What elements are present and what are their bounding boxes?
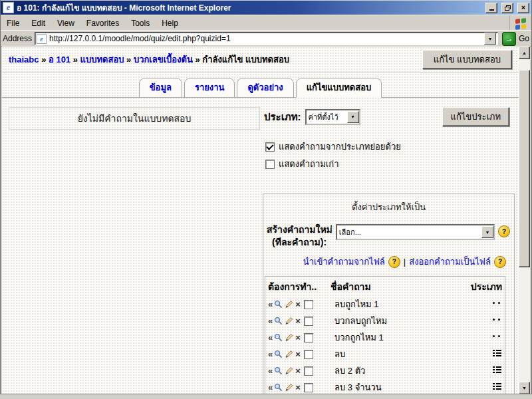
menu-bar: File Edit View Favorites Tools Help xyxy=(1,15,531,31)
create-question-row: สร้างคำถามใหม่ (ทีละคำถาม): เลือก... ▼ ? xyxy=(267,223,510,249)
add-to-quiz-icon[interactable]: « xyxy=(268,366,272,375)
tab-info[interactable]: ข้อมูล xyxy=(139,78,182,98)
edit-pen-icon[interactable] xyxy=(285,317,293,325)
edit-pen-icon[interactable] xyxy=(285,366,293,375)
no-questions-message: ยังไม่มีคำถามในแบบทดสอบ xyxy=(9,107,260,130)
category-box-title: ตั้งค่าประเภทให้เป็น xyxy=(263,194,514,215)
export-questions-link[interactable]: ส่งออกคำถามเป็นไฟล์ xyxy=(409,255,491,269)
preview-magnifier-icon[interactable] xyxy=(274,383,283,392)
delete-icon[interactable]: × xyxy=(295,333,301,342)
table-row: « × ลบ 2 ตัว xyxy=(265,362,505,379)
edit-pen-icon[interactable] xyxy=(285,350,293,358)
add-to-quiz-icon[interactable]: « xyxy=(268,300,272,309)
chevron-down-icon[interactable]: ▼ xyxy=(347,111,359,123)
preview-magnifier-icon[interactable] xyxy=(274,350,283,358)
create-question-select[interactable]: เลือก... ▼ xyxy=(336,224,495,240)
add-to-quiz-icon[interactable]: « xyxy=(268,350,272,358)
delete-icon[interactable]: × xyxy=(295,350,301,358)
restore-button[interactable] xyxy=(501,3,513,13)
breadcrumb: thaiabc » อ 101 » แบบทดสอบ » บวกเลขเบื้อ… xyxy=(9,53,289,65)
question-select-checkbox[interactable] xyxy=(304,317,313,326)
import-questions-link[interactable]: นำเข้าคำถามจากไฟล์ xyxy=(303,255,385,269)
category-label: ประเภท: xyxy=(264,109,301,125)
page-content: thaiabc » อ 101 » แบบทดสอบ » บวกเลขเบื้อ… xyxy=(2,47,530,394)
show-old-checkbox[interactable] xyxy=(265,160,275,169)
table-row: « × ลบ 3 จำนวน xyxy=(265,379,505,394)
tab-preview[interactable]: ดูตัวอย่าง xyxy=(237,78,293,98)
edit-quiz-button[interactable]: แก้ไข แบบทดสอบ xyxy=(422,50,512,69)
table-row: « × บวกลบถูกไหม xyxy=(265,313,505,329)
minimize-button[interactable] xyxy=(485,3,497,13)
go-button[interactable]: → xyxy=(502,32,516,46)
menu-item-file[interactable]: File xyxy=(1,16,25,31)
preview-magnifier-icon[interactable] xyxy=(274,300,283,309)
show-subcategories-label: แสดงคำถามจากประเภทย่อยด้วย xyxy=(279,140,401,154)
scroll-thumb[interactable] xyxy=(519,70,530,267)
question-type-icon xyxy=(493,299,502,307)
show-subcategories-checkbox[interactable] xyxy=(265,142,275,152)
chevron-down-icon[interactable]: ▼ xyxy=(481,226,493,238)
delete-icon[interactable]: × xyxy=(295,317,301,325)
question-select-checkbox[interactable] xyxy=(304,333,313,342)
edit-categories-button[interactable]: แก้ไขประเภท xyxy=(442,107,509,126)
close-button[interactable]: × xyxy=(517,3,529,13)
create-question-label: สร้างคำถามใหม่ (ทีละคำถาม): xyxy=(267,223,332,249)
quiz-panel: ยังไม่มีคำถามในแบบทดสอบ xyxy=(2,107,263,130)
question-type-icon xyxy=(493,349,502,357)
create-question-selected-value: เลือก... xyxy=(339,226,479,238)
breadcrumb-separator: » xyxy=(193,55,202,65)
help-icon[interactable]: ? xyxy=(498,225,510,237)
edit-pen-icon[interactable] xyxy=(285,333,293,342)
tab-edit-quiz[interactable]: แก้ไขแบบทดสอบ xyxy=(296,78,382,98)
question-type-icon xyxy=(493,316,502,324)
preview-magnifier-icon[interactable] xyxy=(274,317,283,325)
columns: ยังไม่มีคำถามในแบบทดสอบ ประเภท: ค่าที่ตั… xyxy=(2,107,519,394)
address-url[interactable]: http://127.0.0.1/moodle/mod/quiz/edit.ph… xyxy=(49,34,481,43)
add-to-quiz-icon[interactable]: « xyxy=(268,317,272,325)
add-to-quiz-icon[interactable]: « xyxy=(268,333,272,342)
breadcrumb-link[interactable]: บวกเลขเบื้องต้น xyxy=(134,55,193,65)
question-select-checkbox[interactable] xyxy=(304,383,313,392)
question-bank-panel: ประเภท: ค่าที่ตั้งไว้ ▼ แก้ไขประเภท แสดง… xyxy=(263,107,519,394)
question-select-checkbox[interactable] xyxy=(304,366,313,376)
question-name: บวกถูกไหม 1 xyxy=(331,332,384,342)
delete-icon[interactable]: × xyxy=(295,366,301,375)
edit-pen-icon[interactable] xyxy=(285,383,293,392)
breadcrumb-link[interactable]: อ 101 xyxy=(49,55,70,65)
window-title: อ 101: กำลังแก้ไข แบบทดสอบ - Microsoft I… xyxy=(17,1,483,14)
menu-item-view[interactable]: View xyxy=(51,16,80,31)
tab-reports[interactable]: รายงาน xyxy=(184,78,235,98)
menu-item-tools[interactable]: Tools xyxy=(125,16,156,31)
address-bar: Address e http://127.0.0.1/moodle/mod/qu… xyxy=(1,30,531,47)
menu-item-favorites[interactable]: Favorites xyxy=(80,16,125,31)
help-icon[interactable]: ? xyxy=(494,256,506,268)
windows-logo-icon xyxy=(509,15,531,31)
help-icon[interactable]: ? xyxy=(388,256,400,268)
breadcrumb-separator: » xyxy=(39,55,49,65)
scroll-down-button[interactable]: ▼ xyxy=(519,382,530,394)
table-row: « × บวกถูกไหม 1 xyxy=(265,329,505,346)
question-select-checkbox[interactable] xyxy=(304,350,313,359)
question-rows: « × ลบถูกไหม 1 xyxy=(265,296,505,394)
preview-magnifier-icon[interactable] xyxy=(274,366,283,375)
breadcrumb-link[interactable]: thaiabc xyxy=(9,55,39,65)
menu-item-help[interactable]: Help xyxy=(156,16,184,31)
menu-item-edit[interactable]: Edit xyxy=(25,16,51,31)
header-bar: thaiabc » อ 101 » แบบทดสอบ » บวกเลขเบื้อ… xyxy=(2,47,519,72)
question-select-checkbox[interactable] xyxy=(304,300,313,309)
edit-pen-icon[interactable] xyxy=(285,300,293,309)
preview-magnifier-icon[interactable] xyxy=(274,333,283,342)
restore-icon xyxy=(505,5,511,11)
scroll-up-button[interactable]: ▲ xyxy=(519,47,530,59)
address-input[interactable]: e http://127.0.0.1/moodle/mod/quiz/edit.… xyxy=(35,32,498,45)
add-to-quiz-icon[interactable]: « xyxy=(268,383,272,392)
delete-icon[interactable]: × xyxy=(295,383,301,392)
moodle-page: thaiabc » อ 101 » แบบทดสอบ » บวกเลขเบื้อ… xyxy=(2,47,519,394)
breadcrumb-link[interactable]: แบบทดสอบ xyxy=(80,55,124,65)
show-old-label: แสดงคำถามเก่า xyxy=(279,157,338,171)
vertical-scrollbar[interactable]: ▲ ▼ xyxy=(519,47,530,394)
go-label[interactable]: Go xyxy=(519,34,529,43)
category-select[interactable]: ค่าที่ตั้งไว้ ▼ xyxy=(305,109,360,125)
address-dropdown-button[interactable]: ▼ xyxy=(484,33,496,45)
delete-icon[interactable]: × xyxy=(295,300,301,309)
